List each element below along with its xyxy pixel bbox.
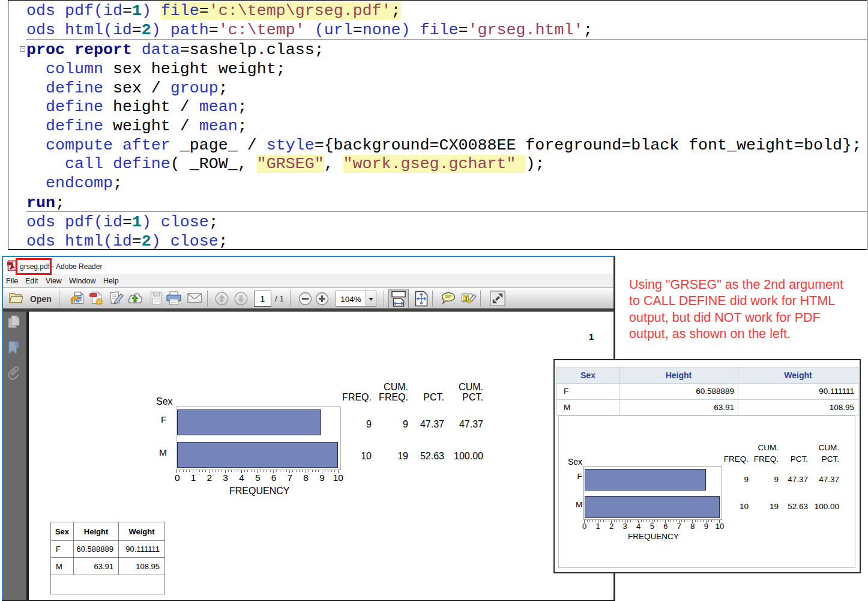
svg-text:T: T (465, 295, 468, 301)
